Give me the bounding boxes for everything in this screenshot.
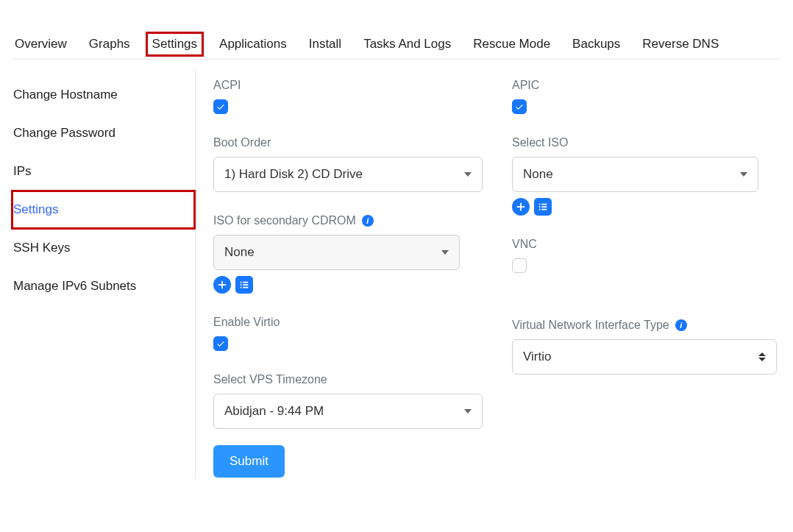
label-acpi: ACPI [213,79,483,92]
plus-icon [217,280,227,290]
select-iso-secondary[interactable]: None [213,235,460,270]
check-icon [216,339,225,348]
select-iso[interactable]: None [512,157,758,192]
settings-sidebar: Change Hostname Change Password IPs Sett… [12,68,196,478]
sidebar-settings[interactable]: Settings [12,191,195,229]
list-icon [239,280,249,290]
label-select-iso: Select ISO [512,136,781,149]
list-iso-secondary-button[interactable] [235,276,253,294]
tab-overview[interactable]: Overview [12,35,70,53]
tab-install[interactable]: Install [306,35,344,53]
top-tabs: Overview Graphs Settings Applications In… [12,22,781,60]
tab-reverse-dns[interactable]: Reverse DNS [639,35,722,53]
select-boot-order[interactable]: 1) Hard Disk 2) CD Drive [213,157,483,192]
info-icon[interactable]: i [675,319,687,331]
label-enable-virtio: Enable Virtio [213,316,483,329]
label-iso-secondary-text: ISO for secondary CDROM [213,214,356,227]
tab-graphs[interactable]: Graphs [86,35,133,53]
sidebar-manage-ipv6[interactable]: Manage IPv6 Subnets [12,267,195,305]
check-icon [216,102,225,111]
label-vnif-type-text: Virtual Network Interface Type [512,319,669,332]
sidebar-change-hostname[interactable]: Change Hostname [12,76,195,114]
select-iso-value: None [523,167,553,182]
select-iso-secondary-value: None [224,245,255,260]
tab-backups[interactable]: Backups [569,35,623,53]
label-apic: APIC [512,79,781,92]
check-icon [515,102,524,111]
sidebar-ips[interactable]: IPs [12,152,195,191]
checkbox-apic[interactable] [512,99,527,114]
tab-applications[interactable]: Applications [216,35,290,53]
info-icon[interactable]: i [362,215,374,227]
select-vnif-type[interactable]: Virtio [512,339,777,375]
submit-button[interactable]: Submit [213,445,285,478]
label-iso-secondary: ISO for secondary CDROM i [213,214,483,227]
chevron-down-icon [464,172,472,177]
checkbox-vnc[interactable] [512,258,527,273]
label-timezone: Select VPS Timezone [213,373,483,386]
settings-form: ACPI Boot Order 1) Hard Disk 2) CD Drive… [196,68,781,478]
sidebar-change-password[interactable]: Change Password [12,114,195,152]
chevron-down-icon [740,172,747,177]
checkbox-acpi[interactable] [213,99,228,114]
tab-tasks-logs[interactable]: Tasks And Logs [360,35,454,53]
form-col-left: ACPI Boot Order 1) Hard Disk 2) CD Drive… [213,68,483,478]
chevron-down-icon [464,409,472,414]
sidebar-ssh-keys[interactable]: SSH Keys [12,229,195,267]
list-iso-button[interactable] [534,198,552,216]
add-iso-button[interactable] [512,198,530,216]
select-timezone-value: Abidjan - 9:44 PM [224,404,324,419]
form-col-right: APIC Select ISO None VNC [512,68,781,478]
select-timezone[interactable]: Abidjan - 9:44 PM [213,394,483,429]
select-vnif-type-value: Virtio [523,350,551,364]
tab-rescue-mode[interactable]: Rescue Mode [470,35,553,53]
sort-icon [758,352,766,361]
label-boot-order: Boot Order [213,136,483,149]
label-vnc: VNC [512,238,781,251]
list-icon [538,202,548,212]
label-vnif-type: Virtual Network Interface Type i [512,319,781,332]
plus-icon [516,202,526,212]
tab-settings[interactable]: Settings [149,35,200,53]
checkbox-enable-virtio[interactable] [213,336,228,351]
add-iso-secondary-button[interactable] [213,276,231,294]
select-boot-order-value: 1) Hard Disk 2) CD Drive [224,167,363,182]
chevron-down-icon [441,250,449,255]
